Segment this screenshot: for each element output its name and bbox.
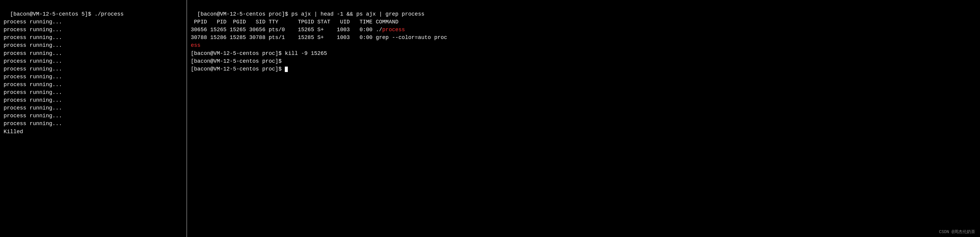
left-line: process running... [3, 89, 62, 95]
left-line: process running... [3, 27, 62, 33]
right-prompt1: [bacon@VM-12-5-centos proc]$ ps ajx | he… [197, 11, 425, 17]
left-line: process running... [3, 121, 62, 126]
left-content: [bacon@VM-12-5-centos 5]$ ./process proc… [3, 11, 124, 134]
left-line: process running... [3, 74, 62, 80]
left-line: process running... [3, 51, 62, 56]
right-row2: 30788 15286 15285 30788 pts/1 15285 S+ 1… [191, 35, 447, 41]
left-line: Killed [3, 129, 23, 135]
left-line: process running... [3, 66, 62, 72]
left-line: process running... [3, 82, 62, 88]
right-prompt4: [bacon@VM-12-5-centos proc]$ [191, 66, 285, 72]
left-line: process running... [3, 113, 62, 119]
watermark: CSDN @周杰伦奶茶 [939, 229, 975, 235]
terminal-right: [bacon@VM-12-5-centos proc]$ ps ajx | he… [187, 0, 980, 237]
left-line: process running... [3, 58, 62, 64]
process-highlight: process [382, 27, 405, 33]
right-header: PPID PID PGID SID TTY TPGID STAT UID TIM… [191, 19, 398, 25]
cursor [285, 66, 288, 72]
right-row2-wrap: ess [191, 42, 200, 48]
left-line: process running... [3, 105, 62, 111]
left-line: process running... [3, 42, 62, 48]
left-line: [bacon@VM-12-5-centos 5]$ ./process [10, 11, 124, 17]
right-kill-cmd: [bacon@VM-12-5-centos proc]$ kill -9 152… [191, 51, 327, 56]
terminal-left: [bacon@VM-12-5-centos 5]$ ./process proc… [0, 0, 186, 237]
left-line: process running... [3, 97, 62, 103]
right-row1: 30656 15265 15265 30656 pts/0 15265 S+ 1… [191, 27, 405, 33]
right-content: [bacon@VM-12-5-centos proc]$ ps ajx | he… [191, 11, 447, 72]
left-line: process running... [3, 19, 62, 25]
right-prompt3: [bacon@VM-12-5-centos proc]$ [191, 58, 282, 64]
left-line: process running... [3, 35, 62, 41]
